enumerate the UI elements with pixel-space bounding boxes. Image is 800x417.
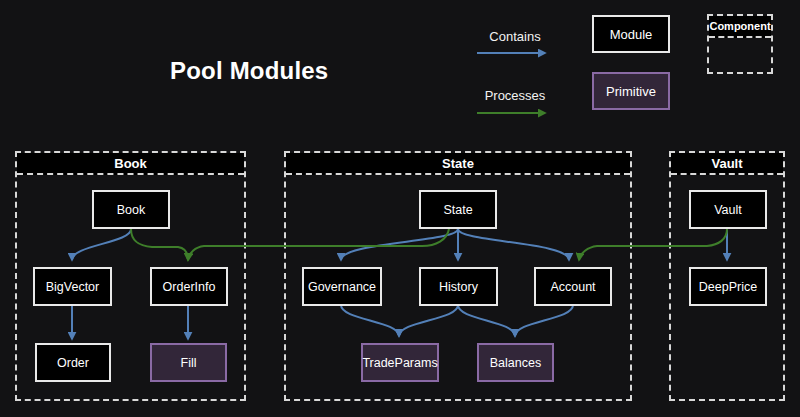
node-balances: Balances <box>477 343 554 382</box>
legend-processes-label: Processes <box>477 88 553 103</box>
node-balances-label: Balances <box>490 356 541 370</box>
node-governance-label: Governance <box>308 280 376 294</box>
node-fill-label: Fill <box>181 356 197 370</box>
node-vault: Vault <box>689 190 767 229</box>
node-state-label: State <box>443 203 472 217</box>
node-order-label: Order <box>57 356 89 370</box>
node-fill: Fill <box>150 343 227 382</box>
node-book: Book <box>92 190 170 229</box>
node-order: Order <box>35 343 111 382</box>
group-state-header: State <box>286 153 630 175</box>
node-bigvector-label: BigVector <box>46 280 100 294</box>
node-state: State <box>419 190 497 229</box>
diagram-title: Pool Modules <box>170 57 328 85</box>
diagram-canvas: Pool Modules Contains Processes Module P… <box>0 0 800 417</box>
legend-module-label: Module <box>610 27 653 42</box>
node-book-label: Book <box>117 203 146 217</box>
node-tradeparams-label: TradeParams <box>362 356 437 370</box>
group-vault-header: Vault <box>671 153 783 175</box>
node-history: History <box>419 267 498 306</box>
node-tradeparams: TradeParams <box>361 343 439 382</box>
node-orderinfo: OrderInfo <box>150 267 228 306</box>
legend-primitive-box: Primitive <box>592 72 670 110</box>
legend-component-box: Component <box>707 14 773 74</box>
node-account-label: Account <box>550 280 595 294</box>
node-deepprice-label: DeepPrice <box>699 280 757 294</box>
node-governance: Governance <box>302 267 382 306</box>
node-orderinfo-label: OrderInfo <box>163 280 216 294</box>
node-vault-label: Vault <box>714 203 742 217</box>
legend-module-box: Module <box>592 15 670 53</box>
legend-primitive-label: Primitive <box>606 84 656 99</box>
node-bigvector: BigVector <box>33 267 112 306</box>
group-book-header: Book <box>17 153 244 175</box>
node-history-label: History <box>439 280 478 294</box>
node-deepprice: DeepPrice <box>689 267 767 306</box>
legend-contains-label: Contains <box>477 29 553 44</box>
node-account: Account <box>534 267 612 306</box>
legend-component-label: Component <box>709 16 771 38</box>
